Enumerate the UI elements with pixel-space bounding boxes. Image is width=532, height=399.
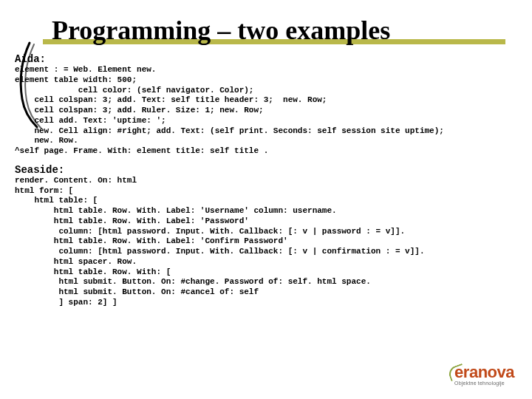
title-area: Programming – two examples bbox=[0, 0, 532, 46]
logo: eranova Objektne tehnologije bbox=[454, 363, 514, 386]
section-seaside-code: render. Content. On: html html form: [ h… bbox=[0, 176, 532, 308]
section-seaside-label: Seaside: bbox=[0, 157, 532, 176]
section-aida-code: element : = Web. Element new. element ta… bbox=[0, 65, 532, 157]
section-aida-label: Aida: bbox=[0, 46, 532, 65]
page-title: Programming – two examples bbox=[52, 15, 532, 46]
penstroke-decoration bbox=[15, 41, 47, 130]
slide: Programming – two examples Aida: element… bbox=[0, 0, 532, 399]
logo-wordmark: eranova bbox=[454, 363, 514, 382]
